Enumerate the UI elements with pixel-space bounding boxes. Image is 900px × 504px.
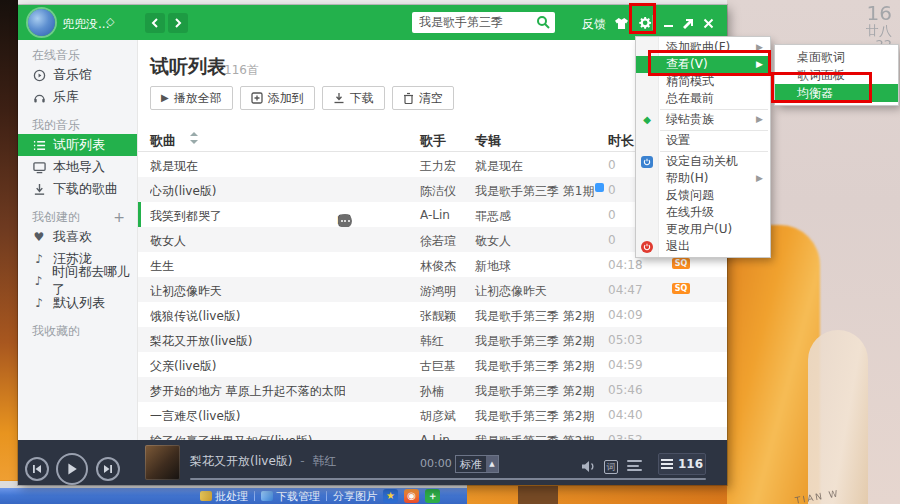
sort-icon[interactable] <box>190 132 198 144</box>
table-row[interactable]: 饿狼传说(live版) 张靓颖 我是歌手第三季 第2期 04:09 <box>138 302 727 327</box>
play-button[interactable] <box>56 453 88 485</box>
table-row[interactable]: 输了你赢了世界又如何(live版) A-Lin 我是歌手第三季 第2期 03:5… <box>138 427 727 440</box>
mv-badge[interactable] <box>595 183 604 192</box>
nav-back-button[interactable] <box>145 13 165 33</box>
headphones-icon <box>32 90 46 104</box>
download-manager-icon <box>261 491 273 501</box>
nav-forward-button[interactable] <box>168 13 188 33</box>
column-album[interactable]: 专辑 <box>475 132 501 150</box>
menu-item-auto-shutdown[interactable]: 设定自动关机 <box>636 153 770 170</box>
sidebar-item-local-import[interactable]: 本地导入 <box>18 156 137 178</box>
elapsed-time: 00:00 <box>420 457 452 470</box>
table-row[interactable]: 梦开始的地方 草原上升起不落的太阳(live版) 孙楠 我是歌手第三季 第2期 … <box>138 377 727 402</box>
add-playlist-icon[interactable]: + <box>113 209 125 225</box>
quality-selector[interactable]: 标准 ▲ <box>455 455 499 473</box>
skin-icon[interactable] <box>612 14 630 32</box>
add-square-icon <box>251 92 263 104</box>
titlebar: 兜兜没... ◇ 反馈 <box>18 5 727 40</box>
volume-icon[interactable] <box>581 460 596 473</box>
exit-power-icon <box>640 240 654 253</box>
clear-button[interactable]: 清空 <box>392 86 454 110</box>
player-bar: 梨花又开放(live版) - 韩红 00:00 标准 ▲ 词 116 <box>18 440 727 485</box>
sidebar-item-downloaded-songs[interactable]: 下载的歌曲 <box>18 178 137 200</box>
download-icon <box>333 92 345 104</box>
table-row[interactable]: 一言难尽(live版) 胡彦斌 我是歌手第三季 第2期 04:40 <box>138 402 727 427</box>
annotation-box-view-menu <box>648 50 771 76</box>
sidebar-item-listening-list[interactable]: 试听列表 <box>18 134 137 156</box>
lyrics-icon[interactable]: 词 <box>604 460 618 474</box>
taskbar: 批处理 下载管理 分享图片 ★ ◉ ＋ <box>0 488 467 504</box>
sidebar-item-my-favorites[interactable]: ♥ 我喜欢 <box>18 226 137 248</box>
calendar-lunar-date: 廿八 <box>866 24 892 38</box>
user-avatar[interactable] <box>28 9 55 36</box>
menu-separator <box>660 109 768 110</box>
sidebar-item-playlist-3[interactable]: ♪ 默认列表 <box>18 292 137 314</box>
progress-bar[interactable] <box>190 478 706 480</box>
search-input[interactable] <box>419 14 531 31</box>
column-song[interactable]: 歌曲 <box>150 132 176 150</box>
sq-quality-badge: SQ <box>672 283 690 294</box>
sidebar-section-online-music: 在线音乐 <box>18 46 137 64</box>
menu-item-online-upgrade[interactable]: 在线升级 <box>636 204 770 221</box>
menu-separator <box>660 130 768 131</box>
now-playing-artist[interactable]: 韩红 <box>313 454 337 468</box>
submenu-item-desktop-lyrics[interactable]: 桌面歌词 <box>775 48 898 66</box>
menu-item-switch-user[interactable]: 更改用户(U) <box>636 221 770 238</box>
table-row[interactable]: 让初恋像昨天 游鸿明 让初恋像昨天 04:47 SQ <box>138 277 727 302</box>
close-icon[interactable] <box>699 14 717 32</box>
column-artist[interactable]: 歌手 <box>420 132 446 150</box>
download-icon <box>32 182 46 196</box>
now-playing: 梨花又开放(live版) - 韩红 <box>190 453 337 470</box>
vip-diamond-icon: ◇ <box>106 15 114 28</box>
heart-icon: ♥ <box>32 230 46 244</box>
sidebar-section-my-collections: 我收藏的 <box>18 322 137 340</box>
music-note-icon: ♪ <box>32 274 45 288</box>
column-duration[interactable]: 时长 <box>608 132 634 150</box>
playlist-icon <box>32 138 46 152</box>
trash-icon <box>403 92 414 104</box>
tray-plus-icon[interactable]: ＋ <box>425 489 440 503</box>
play-all-button[interactable]: ▶ 播放全部 <box>150 86 233 110</box>
annotation-box-gear <box>629 3 656 34</box>
taskbar-item-share-image[interactable]: 分享图片 <box>333 489 377 503</box>
taskbar-item-batch[interactable]: 批处理 <box>200 489 248 503</box>
table-row[interactable]: 父亲(live版) 古巨基 我是歌手第三季 第2期 04:59 <box>138 352 727 377</box>
background-photo-detail <box>518 486 558 504</box>
submenu-arrow-icon: ▶ <box>756 111 763 128</box>
previous-button[interactable] <box>25 457 49 481</box>
row-more-icon[interactable] <box>338 214 352 228</box>
sidebar-item-playlist-2[interactable]: ♪ 时间都去哪儿了 <box>18 270 137 292</box>
now-playing-song[interactable]: 梨花又开放(live版) <box>190 454 293 468</box>
play-mode-icon[interactable] <box>627 460 642 471</box>
menu-item-green-diamond[interactable]: ◆ 绿钻贵族▶ <box>636 111 770 128</box>
menu-item-exit[interactable]: 退出 <box>636 238 770 255</box>
quality-arrow-icon: ▲ <box>486 456 498 472</box>
album-art[interactable] <box>145 445 180 480</box>
sidebar-section-my-music: 我的音乐 <box>18 116 137 134</box>
feedback-button[interactable]: 反馈 <box>582 16 606 33</box>
weibo-eye-icon[interactable]: ◉ <box>404 489 419 503</box>
menu-item-settings[interactable]: 设置 <box>636 132 770 149</box>
download-button[interactable]: 下载 <box>322 86 385 110</box>
music-player-window: 兜兜没... ◇ 反馈 <box>18 5 727 485</box>
play-icon: ▶ <box>161 93 169 103</box>
qzone-star-icon[interactable]: ★ <box>383 489 398 503</box>
table-row[interactable]: 梨花又开放(live版) 韩红 我是歌手第三季 第2期 05:03 <box>138 327 727 352</box>
menu-item-always-on-top[interactable]: 总在最前 <box>636 90 770 107</box>
desktop-background-left <box>0 0 18 504</box>
menu-item-help[interactable]: 帮助(H)▶ <box>636 170 770 187</box>
add-to-button[interactable]: 添加到 <box>240 86 315 110</box>
music-note-icon: ♪ <box>32 296 46 310</box>
taskbar-separator <box>326 491 327 501</box>
minimize-icon[interactable] <box>659 14 677 32</box>
sidebar-item-music-library[interactable]: 乐库 <box>18 86 137 108</box>
menu-item-feedback-issue[interactable]: 反馈问题 <box>636 187 770 204</box>
playlist-toggle[interactable]: 116 <box>658 453 706 475</box>
search-icon[interactable] <box>536 15 550 29</box>
mini-mode-icon[interactable] <box>678 14 696 32</box>
sidebar-item-music-hall[interactable]: 音乐馆 <box>18 64 137 86</box>
taskbar-item-download-manager[interactable]: 下载管理 <box>261 489 320 503</box>
batch-icon <box>200 491 212 501</box>
username[interactable]: 兜兜没... <box>62 16 109 33</box>
next-button[interactable] <box>96 457 120 481</box>
